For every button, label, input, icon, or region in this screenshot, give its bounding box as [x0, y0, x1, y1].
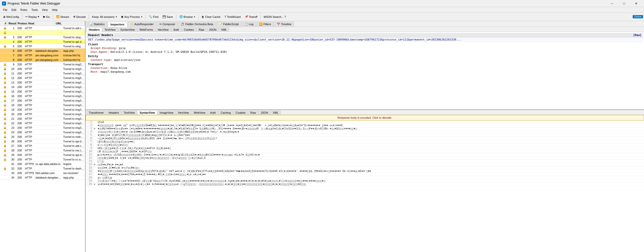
session-row[interactable]: 🔒 27 200 HTTP Tunnel to adt.cpatrk.net — [0, 144, 85, 148]
session-row[interactable]: 4 200 HTTP Tunnel to api.dangdang. — [0, 39, 85, 44]
col-host-header[interactable]: Host — [27, 21, 55, 26]
tearoff-button[interactable]: 📌 Tearoff — [243, 14, 259, 19]
req-tab-headers[interactable]: Headers — [87, 27, 102, 32]
resp-tab-raw[interactable]: Raw — [248, 110, 258, 115]
maximize-button[interactable]: □ — [618, 0, 630, 7]
clearcache-button[interactable]: 🗑 Clear Cache — [200, 14, 222, 19]
tab-inspectors[interactable]: Inspectors — [108, 22, 127, 27]
req-tab-xml[interactable]: XML — [219, 27, 229, 32]
tab-fiddlerscript[interactable]: 📝 FiddlerScript — [216, 22, 242, 27]
tab-composer[interactable]: ✏ Composer — [157, 22, 178, 27]
session-row[interactable]: 🔒 16 200 HTTP Tunnel to img3m4.ddimg. — [0, 94, 85, 98]
resp-tab-json[interactable]: JSON — [258, 110, 270, 115]
session-row[interactable]: 31 200 HTTPS cc-api-data.adobe.io /inges… — [0, 162, 85, 166]
menu-edit[interactable]: Edit — [10, 8, 18, 12]
session-row[interactable]: 🔒 19 200 HTTP Tunnel to img3x7.ddimg. — [0, 107, 85, 112]
col-proto-header[interactable]: Protocol — [17, 21, 27, 26]
menu-file[interactable]: File — [1, 8, 10, 12]
session-row[interactable]: 🔒 29 200 HTTP Tunnel to api.dangdang. — [0, 153, 85, 157]
session-row[interactable]: 🔒 32 200 HTTP Tunnel to dashboard.co — [0, 166, 85, 171]
session-row[interactable]: 🔒 10 200 HTTP Tunnel to img3m4.ddimg — [0, 67, 85, 71]
session-row[interactable]: 🔒 22 200 HTTP Tunnel to img3x4.ddimg. — [0, 121, 85, 125]
textwizard-button[interactable]: T TextWizard — [223, 14, 242, 19]
go-button[interactable]: ▶ Go — [42, 14, 52, 19]
resp-tab-webview[interactable]: WebView — [191, 110, 208, 115]
header-content-type: Content-type: application/json — [87, 58, 643, 62]
session-row[interactable]: 🔒 17 200 HTTP Tunnel to img3m1.ddimg. — [0, 98, 85, 103]
line-icon — [93, 176, 97, 179]
session-row[interactable]: 🔒 30 200 HTTP Tunnel to cc-api-data.ad — [0, 157, 85, 162]
req-tab-cookies[interactable]: Cookies — [182, 27, 196, 32]
menu-tools[interactable]: Tools — [29, 8, 40, 12]
find-button[interactable]: 🔍 Find — [147, 14, 160, 19]
session-row[interactable]: 🔒 9 200 HTTP Tunnel to img3m5.ddimg — [0, 62, 85, 67]
session-row[interactable]: 🔒 15 200 HTTP Tunnel to img3x8.ddimg. — [0, 89, 85, 94]
keep-button[interactable]: Keep: All sessions ▾ — [90, 14, 119, 19]
req-tab-syntaxview[interactable]: SyntaxView — [118, 27, 137, 32]
req-tab-auth[interactable]: Auth — [171, 27, 181, 32]
req-tab-textview[interactable]: TextView — [102, 27, 118, 32]
session-row[interactable]: 🔒 21 200 HTTP Tunnel to img3m1.ddimg. — [0, 116, 85, 121]
req-tab-hexview[interactable]: HexView — [155, 27, 171, 32]
session-row[interactable]: 🔒 12 200 HTTP Tunnel to img3x8.ddimg. — [0, 76, 85, 80]
session-row[interactable]: 🔒 3 200 HTTP Tunnel to ulogs.dangdang — [0, 35, 85, 39]
tab-timeline[interactable]: 📅 Timeline — [274, 22, 294, 27]
resp-tab-transformer[interactable]: Transformer — [87, 110, 106, 115]
resp-tab-caching[interactable]: Caching — [218, 110, 233, 115]
tab-statistics[interactable]: 📊 Statistics — [87, 22, 107, 27]
session-row[interactable]: 🔒 24 200 HTTP Tunnel to img3x7.ddimg. — [0, 130, 85, 135]
tab-filters[interactable]: 🔽 Filters — [256, 22, 274, 27]
req-tab-webforms[interactable]: WebForms — [137, 27, 155, 32]
resp-tab-imageview[interactable]: ImageView — [157, 110, 176, 115]
request-panel: Headers TextView SyntaxView WebForms Hex… — [86, 27, 644, 110]
session-row[interactable]: 🔒 28 200 HTTP Tunnel to me.cpatrk.net — [0, 148, 85, 153]
resp-tab-hexview[interactable]: HexView — [176, 110, 191, 115]
tab-orchestra[interactable]: 🎵 Fiddler Orchestra Beta — [178, 22, 216, 27]
winconfig-button[interactable]: 🖥 WinConfig — [1, 14, 21, 19]
response-decode-bar[interactable]: Response body is encoded. Click to decod… — [86, 115, 644, 120]
session-row[interactable]: 🔒 26 200 HTTP Tunnel to api.dangdang. — [0, 139, 85, 144]
session-row[interactable]: 🔒 14 200 HTTP Tunnel to img3x8.ddimg. — [0, 85, 85, 89]
browse-button[interactable]: 🌐 Browse ▾ — [178, 14, 197, 19]
session-row[interactable]: 7 200 HTTP per.dangdang.com /cshow.htm?q — [0, 53, 85, 58]
request-raw-link[interactable]: [Raw] — [633, 33, 641, 37]
session-row[interactable]: 6 200 HTTP databack.dangdang... /app.php — [0, 49, 85, 53]
menu-help[interactable]: Help — [50, 8, 60, 12]
col-result-header[interactable]: Result — [8, 21, 17, 26]
session-row[interactable]: 🔒 13 200 HTTP Tunnel to img3x7.ddimg. — [0, 80, 85, 85]
col-num-header[interactable]: # — [0, 21, 8, 26]
session-row[interactable]: 🔒 11 200 HTTP Tunnel to img3m5.ddimg. — [0, 71, 85, 76]
resp-tab-headers[interactable]: Headers — [106, 110, 122, 115]
session-row[interactable]: 🔒 5 200 HTTP Tunnel to ulogs.dangdan — [0, 44, 85, 49]
session-row[interactable]: 33 200 HTTPS hbrt.adobe.com /xe-receiver… — [0, 171, 85, 175]
tab-autoresponder[interactable]: ⚡ AutoResponder — [128, 22, 156, 27]
resp-tab-cookies[interactable]: Cookies — [233, 110, 248, 115]
req-tab-raw[interactable]: Raw — [196, 27, 207, 32]
resp-tab-auth[interactable]: Auth — [208, 110, 218, 115]
cell-rownum: 9 — [8, 63, 15, 66]
session-row[interactable]: 🔒 18 200 HTTP Tunnel to img3x7.ddimg. — [0, 103, 85, 107]
col-url-header[interactable]: URL — [55, 21, 85, 26]
save-button[interactable]: 💾 Save — [161, 14, 175, 19]
msdn-button[interactable]: MSDN Search... ? — [262, 14, 288, 19]
req-tab-json[interactable]: JSON — [207, 27, 219, 32]
resp-tab-xml[interactable]: XML — [270, 110, 281, 115]
decode-button[interactable]: ⊕ Decode — [71, 14, 88, 19]
tab-log[interactable]: 📋 Log — [242, 22, 256, 27]
replay-button[interactable]: ↩ Replay ▾ — [24, 14, 41, 19]
session-row[interactable]: 🔒 1 200 HTTP Tunnel to adt.cpatrk.net — [0, 26, 85, 30]
resp-tab-syntaxview[interactable]: SyntaxView — [137, 110, 157, 115]
session-row[interactable]: 🔒 23 200 HTTP Tunnel to img3x4.ddimg. — [0, 125, 85, 130]
stream-button[interactable]: 📶 Stream — [54, 14, 71, 19]
menu-rules[interactable]: Rules — [18, 8, 29, 12]
session-row[interactable]: 8 200 HTTP per.dangdang.com /cshow.htm?q — [0, 58, 85, 62]
session-row[interactable]: 34 200 HTTP databack.dangdang... /app.ph… — [0, 175, 85, 180]
session-row[interactable]: 🔒 25 200 HTTP Tunnel to redirect.netwc — [0, 135, 85, 139]
resp-tab-textview[interactable]: TextView — [122, 110, 137, 115]
session-row[interactable]: 🔒 2 200 HTTP mapi7.dangdang.com /index.p… — [0, 30, 85, 35]
session-row[interactable]: 🔒 20 200 HTTP Tunnel to img3x7.ddimg. — [0, 112, 85, 116]
process-button[interactable]: ◉ Any Process ▾ — [119, 14, 144, 19]
close-button[interactable]: ✕ — [630, 0, 642, 7]
menu-view[interactable]: View — [40, 8, 50, 12]
minimize-button[interactable]: ─ — [606, 0, 618, 7]
